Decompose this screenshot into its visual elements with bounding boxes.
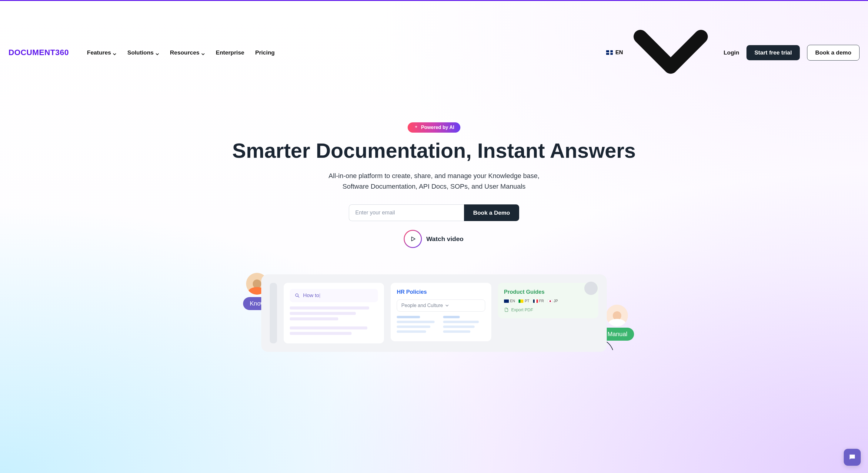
chat-icon	[848, 453, 856, 461]
svg-point-0	[296, 294, 298, 297]
export-pdf: Export PDF	[504, 307, 592, 312]
lang-jp: JP	[548, 299, 558, 303]
main-nav: Features Solutions Resources Enterprise …	[87, 49, 275, 56]
nav-enterprise[interactable]: Enterprise	[216, 49, 244, 56]
nav-resources-label: Resources	[170, 49, 199, 56]
watch-video-label: Watch video	[427, 235, 464, 242]
lang-en: EN	[504, 299, 515, 303]
hr-title: HR Policies	[397, 289, 485, 295]
card-hr-policies: HR Policies People and Culture	[391, 283, 491, 341]
language-row: EN PT FR JP	[504, 299, 592, 303]
sidebar-stub	[270, 283, 277, 343]
card-product-guides: Product Guides EN PT FR JP Export PDF	[498, 283, 598, 318]
hr-dropdown: People and Culture	[397, 300, 485, 312]
chevron-down-icon	[155, 51, 159, 55]
email-input[interactable]	[349, 204, 464, 221]
start-trial-button[interactable]: Start free trial	[746, 45, 800, 60]
search-box: How to|	[290, 289, 378, 302]
search-text: How to|	[303, 293, 320, 299]
chevron-down-icon	[113, 51, 116, 55]
nav-solutions[interactable]: Solutions	[127, 49, 159, 56]
nav-pricing[interactable]: Pricing	[255, 49, 275, 56]
export-label: Export PDF	[511, 307, 533, 312]
logo[interactable]: DOCUMENT360	[8, 46, 69, 59]
ai-badge: Powered by AI	[408, 122, 460, 133]
hero-subtitle: All-in-one platform to create, share, an…	[310, 170, 558, 192]
book-demo-submit-button[interactable]: Book a Demo	[464, 204, 519, 221]
email-capture: Book a Demo	[6, 204, 862, 221]
hero-subtitle-line2: Software Documentation, API Docs, SOPs, …	[310, 181, 558, 192]
header-actions: EN Login Start free trial Book a demo	[606, 6, 860, 99]
language-selector[interactable]: EN	[606, 6, 716, 99]
play-icon	[405, 231, 421, 247]
logo-text: DOCUMENT360	[8, 48, 69, 57]
watch-video-button[interactable]: Watch video	[405, 231, 464, 247]
lang-pt: PT	[519, 299, 529, 303]
hero-subtitle-line1: All-in-one platform to create, share, an…	[310, 170, 558, 181]
nav-features-label: Features	[87, 49, 111, 56]
nav-pricing-label: Pricing	[255, 49, 275, 56]
login-link[interactable]: Login	[723, 49, 739, 56]
chevron-down-icon	[625, 6, 716, 99]
chevron-down-icon	[201, 51, 205, 55]
nav-solutions-label: Solutions	[127, 49, 154, 56]
pg-title: Product Guides	[504, 289, 592, 295]
hero-title: Smarter Documentation, Instant Answers	[6, 139, 862, 162]
hero-illustration: 👍 Knowledge base SOPs User Manual How to…	[255, 274, 613, 352]
flag-uk-icon	[606, 50, 613, 55]
illustration-panel: How to| HR Policies People and Culture	[261, 274, 607, 352]
hero-section: Powered by AI Smarter Documentation, Ins…	[0, 104, 868, 256]
file-export-icon	[504, 307, 509, 312]
ai-badge-text: Powered by AI	[421, 125, 454, 130]
nav-resources[interactable]: Resources	[170, 49, 205, 56]
avatar	[606, 305, 628, 327]
hr-dropdown-label: People and Culture	[401, 303, 443, 308]
lang-code: EN	[615, 49, 623, 56]
site-header: DOCUMENT360 Features Solutions Resources…	[0, 1, 868, 104]
chevron-down-icon	[445, 304, 449, 307]
lang-fr: FR	[533, 299, 544, 303]
nav-enterprise-label: Enterprise	[216, 49, 244, 56]
sparkle-icon	[414, 125, 418, 130]
card-knowledge-base: How to|	[284, 283, 384, 343]
chat-widget-button[interactable]	[844, 449, 861, 466]
nav-features[interactable]: Features	[87, 49, 116, 56]
search-icon	[294, 293, 300, 298]
avatar-placeholder	[584, 282, 598, 295]
book-demo-button[interactable]: Book a demo	[807, 45, 860, 61]
